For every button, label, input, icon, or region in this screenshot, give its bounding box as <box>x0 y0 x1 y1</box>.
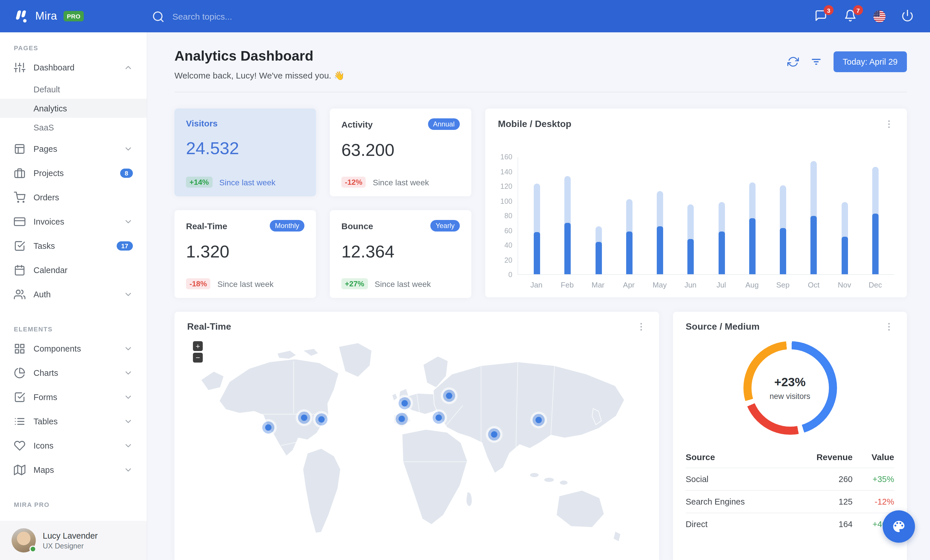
donut-chart: +23% new visitors <box>743 341 837 435</box>
bar-oct[interactable] <box>811 161 817 274</box>
sidebar-item-label: Calendar <box>34 265 133 275</box>
stat-caption: Since last week <box>373 178 429 187</box>
chevron-down-icon <box>124 465 133 474</box>
map-zoom-out-button[interactable]: − <box>193 353 203 362</box>
sidebar-subitem-saas[interactable]: SaaS <box>0 118 147 137</box>
bar-segment-desktop <box>811 161 817 218</box>
more-vertical-icon[interactable] <box>636 322 647 332</box>
credit-card-icon <box>14 216 25 227</box>
sidebar-item-label: Dashboard <box>34 63 115 72</box>
sidebar-item-invoices[interactable]: Invoices <box>0 210 147 234</box>
stat-period-badge[interactable]: Annual <box>428 118 460 130</box>
bar-nov[interactable] <box>841 202 848 274</box>
stat-delta-chip: -12% <box>341 176 366 188</box>
more-vertical-icon[interactable] <box>884 119 894 129</box>
search-input[interactable] <box>172 11 346 21</box>
sliders-icon <box>14 62 25 73</box>
sidebar-item-orders[interactable]: Orders <box>0 185 147 210</box>
sidebar-item-maps[interactable]: Maps <box>0 458 147 482</box>
check-square-icon <box>14 391 25 403</box>
language-flag-icon[interactable] <box>873 10 885 22</box>
x-tick-label: Mar <box>582 281 613 289</box>
power-icon[interactable] <box>901 9 915 23</box>
bar-jun[interactable] <box>688 204 694 274</box>
bar-segment-mobile <box>688 239 694 274</box>
theme-settings-fab[interactable] <box>883 510 915 543</box>
sidebar-item-calendar[interactable]: Calendar <box>0 258 147 282</box>
navbar-actions: 3 7 <box>815 9 915 23</box>
sidebar-item-dashboard[interactable]: Dashboard <box>0 55 147 80</box>
filter-icon[interactable] <box>810 56 822 68</box>
bar-segment-mobile <box>780 228 786 274</box>
more-vertical-icon[interactable] <box>884 322 894 332</box>
bar-dec[interactable] <box>872 167 879 274</box>
y-tick-label: 80 <box>504 212 512 220</box>
bar-jul[interactable] <box>718 202 725 274</box>
y-tick-label: 160 <box>500 153 512 161</box>
bar-segment-mobile <box>872 214 879 274</box>
messages-icon[interactable]: 3 <box>815 9 828 23</box>
sidebar-user[interactable]: Lucy Lavender UX Designer <box>0 521 147 560</box>
map-marker[interactable] <box>398 397 410 409</box>
sidebar-subitem-default[interactable]: Default <box>0 80 147 99</box>
sidebar-item-label: Tasks <box>34 241 109 250</box>
brand[interactable]: Mira PRO <box>14 9 84 24</box>
sidebar-subitem-analytics[interactable]: Analytics <box>0 99 147 118</box>
sidebar-item-label: Forms <box>34 393 115 402</box>
col-value: Value <box>855 449 894 468</box>
bar-aug[interactable] <box>749 182 756 274</box>
chevron-down-icon <box>124 441 133 450</box>
bar-segment-mobile <box>657 226 663 274</box>
stat-caption: Since last week <box>217 279 274 288</box>
stat-period-badge[interactable]: Monthly <box>270 220 305 232</box>
bar-segment-mobile <box>811 216 817 274</box>
sidebar-item-auth[interactable]: Auth <box>0 282 147 307</box>
bar-jan[interactable] <box>534 184 540 274</box>
map-icon <box>14 464 25 476</box>
stat-period-badge[interactable]: Yearly <box>430 220 460 232</box>
bar-sep[interactable] <box>780 185 786 274</box>
sidebar-item-pages[interactable]: Pages <box>0 137 147 161</box>
sidebar-item-charts[interactable]: Charts <box>0 361 147 385</box>
sidebar-item-forms[interactable]: Forms <box>0 385 147 409</box>
messages-badge: 3 <box>824 5 833 15</box>
cell-value: -12% <box>855 491 894 513</box>
bar-mar[interactable] <box>595 226 602 274</box>
sidebar-section-elements: Elements <box>0 313 147 337</box>
chevron-up-icon <box>124 63 133 72</box>
map-marker[interactable] <box>433 412 445 424</box>
sidebar-section-mira-pro: Mira Pro <box>0 489 147 512</box>
bar-segment-desktop <box>780 185 786 230</box>
bar-segment-desktop <box>872 167 879 216</box>
source-card-title: Source / Medium <box>686 322 760 332</box>
source-medium-card: Source / Medium +23% new visitors Source <box>673 312 907 560</box>
sidebar-item-icons[interactable]: Icons <box>0 434 147 458</box>
sidebar-item-projects[interactable]: Projects8 <box>0 161 147 185</box>
mobile-desktop-chart-card: Mobile / Desktop 020406080100120140160 J… <box>485 109 907 297</box>
user-name: Lucy Lavender <box>43 531 98 540</box>
map-marker[interactable] <box>443 390 455 402</box>
briefcase-icon <box>14 167 25 179</box>
sidebar-item-components[interactable]: Components <box>0 337 147 361</box>
notifications-icon[interactable]: 7 <box>844 9 858 23</box>
bar-feb[interactable] <box>565 176 571 274</box>
x-axis: JanFebMarAprMayJunJulAugSepOctNovDec <box>517 275 894 289</box>
map-zoom-in-button[interactable]: + <box>193 341 203 351</box>
stat-value: 1.320 <box>186 242 305 262</box>
bar-segment-desktop <box>657 191 663 229</box>
sidebar-item-tables[interactable]: Tables <box>0 409 147 434</box>
bar-may[interactable] <box>657 191 663 274</box>
y-tick-label: 20 <box>504 256 512 264</box>
today-button[interactable]: Today: April 29 <box>833 51 907 72</box>
map-marker[interactable] <box>298 412 310 424</box>
user-role: UX Designer <box>43 542 98 550</box>
map-marker[interactable] <box>396 413 408 425</box>
avatar <box>12 528 36 552</box>
stat-card-activity: ActivityAnnual63.200-12%Since last week <box>330 109 471 196</box>
sidebar-item-tasks[interactable]: Tasks17 <box>0 234 147 258</box>
bar-apr[interactable] <box>626 199 633 274</box>
refresh-icon[interactable] <box>787 56 799 68</box>
app-root: Mira PRO 3 7 PagesDashboardDefaul <box>0 0 930 560</box>
search-icon[interactable] <box>152 10 164 22</box>
chevron-down-icon <box>124 368 133 377</box>
